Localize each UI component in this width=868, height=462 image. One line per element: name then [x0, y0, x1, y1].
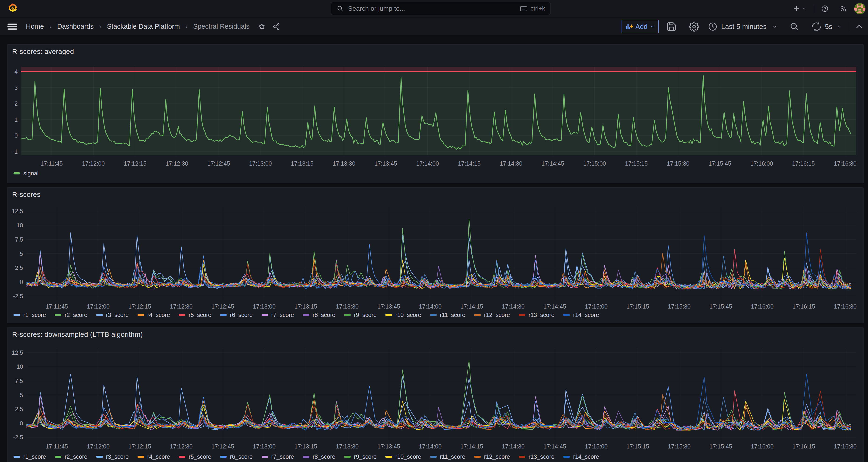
zoom-out-button[interactable]: [789, 22, 800, 32]
x-tick-label: 17:15:45: [709, 160, 731, 167]
legend-item[interactable]: r12_score: [474, 453, 510, 460]
menu-toggle-button[interactable]: [7, 24, 17, 30]
panel-rscores-downsampled: R-scores: downsampled (LTTB algorithm) 1…: [7, 327, 864, 462]
user-avatar[interactable]: [854, 3, 865, 14]
x-tick-label: 17:12:15: [124, 160, 147, 167]
clock-icon: [708, 22, 718, 32]
legend-item[interactable]: r12_score: [474, 312, 510, 318]
legend-item[interactable]: r3_score: [96, 312, 129, 318]
legend-swatch: [261, 314, 268, 316]
x-tick-label: 17:11:45: [40, 160, 63, 167]
dashboard-actions: [255, 23, 283, 31]
legend-item[interactable]: r9_score: [344, 312, 376, 318]
y-tick-label: -2.5: [13, 434, 23, 440]
legend-item[interactable]: r2_score: [55, 453, 87, 460]
breadcrumb-dashboards[interactable]: Dashboards: [57, 23, 93, 30]
share-icon[interactable]: [272, 23, 280, 31]
legend-item[interactable]: r11_score: [430, 312, 465, 318]
legend-item[interactable]: r13_score: [519, 453, 554, 460]
chart-rscores[interactable]: 12.5107.552.50-2.517:11:4517:12:0017:12:…: [7, 187, 863, 323]
x-tick-label: 17:15:00: [583, 160, 606, 167]
x-tick-label: 17:13:00: [249, 160, 272, 167]
x-tick-label: 17:13:45: [377, 443, 400, 450]
new-button[interactable]: [793, 5, 807, 12]
x-tick-label: 17:16:30: [834, 160, 857, 167]
time-range-picker[interactable]: Last 5 minutes: [708, 22, 778, 32]
legend-item[interactable]: r5_score: [179, 453, 211, 460]
y-tick-label: 0: [20, 279, 23, 285]
breadcrumb-folder[interactable]: Stackable Data Platform: [107, 23, 180, 30]
legend-item[interactable]: r8_score: [303, 312, 335, 318]
grafana-logo-icon[interactable]: [8, 3, 18, 13]
legend-item[interactable]: r9_score: [344, 453, 376, 460]
legend-label: r2_score: [65, 312, 87, 318]
save-dashboard-button[interactable]: [666, 22, 677, 32]
x-tick-label: 17:15:00: [585, 303, 608, 310]
series-r1_score: [26, 233, 851, 289]
x-tick-label: 17:15:00: [585, 443, 608, 450]
legend-item[interactable]: r13_score: [519, 312, 554, 318]
legend-item[interactable]: r5_score: [179, 312, 211, 318]
rss-icon: [839, 5, 847, 12]
chart-rscores-downsampled[interactable]: 12.5107.552.50-2.517:11:4517:12:0017:12:…: [7, 328, 863, 462]
x-tick-label: 17:13:00: [253, 303, 276, 310]
x-tick-label: 17:16:00: [751, 443, 774, 450]
legend-item[interactable]: r11_score: [430, 453, 465, 460]
breadcrumb-home[interactable]: Home: [26, 23, 44, 30]
gear-icon: [689, 22, 699, 32]
star-icon[interactable]: [258, 23, 266, 31]
legend-item[interactable]: r4_score: [137, 453, 170, 460]
legend-swatch: [385, 314, 392, 316]
x-tick-label: 17:12:00: [82, 160, 105, 167]
help-button[interactable]: [821, 5, 829, 12]
x-tick-label: 17:13:15: [294, 303, 317, 310]
legend-item[interactable]: r8_score: [303, 453, 335, 460]
x-tick-label: 17:13:15: [291, 160, 314, 167]
news-button[interactable]: [839, 5, 847, 12]
legend-item[interactable]: r10_score: [385, 453, 421, 460]
legend-item[interactable]: r10_score: [385, 312, 421, 318]
legend-item[interactable]: r7_score: [261, 453, 294, 460]
x-tick-label: 17:11:45: [46, 303, 68, 310]
y-tick-label: 12.5: [12, 349, 23, 356]
breadcrumb-separator: ›: [50, 23, 52, 30]
x-tick-label: 17:12:45: [207, 160, 230, 167]
legend-item[interactable]: r6_score: [220, 312, 252, 318]
legend-swatch: [474, 456, 481, 458]
legend: r1_scorer2_scorer3_scorer4_scorer5_score…: [13, 453, 608, 460]
legend-item[interactable]: r4_score: [137, 312, 170, 318]
legend-label: r14_score: [573, 312, 599, 318]
search-input[interactable]: Search or jump to... ctrl+k: [331, 2, 551, 15]
legend-item[interactable]: r1_score: [13, 453, 46, 460]
legend-item[interactable]: r14_score: [563, 453, 599, 460]
grafana-dashboard: {"nav":{"search":{"placeholder":"Search …: [0, 0, 868, 462]
legend-swatch: [96, 314, 103, 316]
y-tick-label: 10: [17, 363, 23, 370]
refresh-button[interactable]: 5s: [811, 22, 842, 32]
legend-item[interactable]: r6_score: [220, 453, 252, 460]
y-tick-label: 7.5: [15, 236, 23, 243]
legend-label: r7_score: [271, 453, 294, 460]
breadcrumb-separator: ›: [99, 23, 101, 30]
add-panel-button[interactable]: Add: [622, 20, 659, 33]
legend-item[interactable]: r3_score: [96, 453, 129, 460]
legend-item[interactable]: r1_score: [13, 312, 46, 318]
x-tick-label: 17:15:30: [668, 443, 690, 450]
x-tick-label: 17:14:45: [541, 160, 564, 167]
help-icon: [821, 5, 829, 12]
legend-label: r4_score: [147, 312, 170, 318]
y-tick-label: 3: [14, 85, 18, 91]
legend-item[interactable]: signal: [13, 170, 38, 177]
legend-item[interactable]: r7_score: [261, 312, 294, 318]
legend-item[interactable]: r14_score: [563, 312, 599, 318]
x-tick-label: 17:14:00: [419, 443, 441, 450]
x-tick-label: 17:15:30: [668, 303, 690, 310]
collapse-toolbar-button[interactable]: [854, 22, 864, 32]
dashboard-settings-button[interactable]: [689, 22, 699, 32]
legend-label: r10_score: [395, 453, 421, 460]
legend-label: r9_score: [354, 312, 376, 318]
legend-item[interactable]: r2_score: [55, 312, 87, 318]
y-tick-label: 1: [14, 116, 18, 123]
x-tick-label: 17:12:00: [87, 443, 110, 450]
chart-rscores-averaged[interactable]: 43210-117:11:4517:12:0017:12:1517:12:301…: [7, 44, 863, 183]
